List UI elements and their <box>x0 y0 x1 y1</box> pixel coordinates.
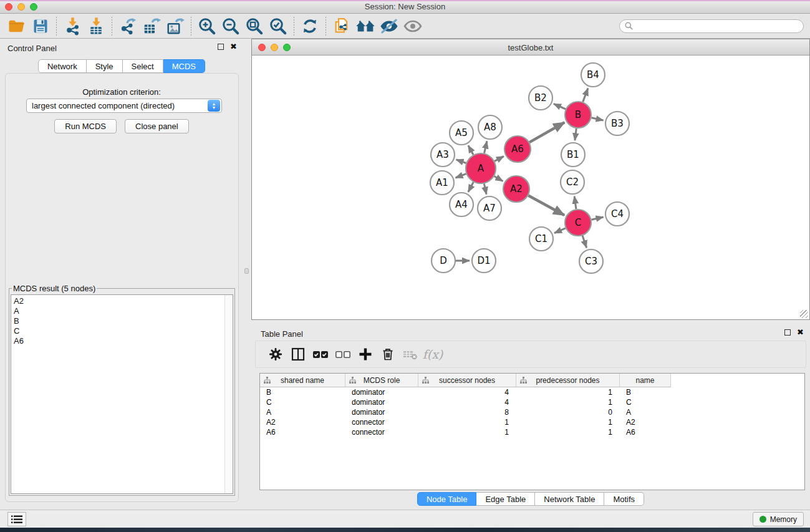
search-field[interactable] <box>619 19 804 33</box>
mcds-result-item[interactable]: A <box>14 306 233 316</box>
tab-mcds[interactable]: MCDS <box>163 59 205 73</box>
export-table-button[interactable] <box>140 16 163 37</box>
edge-C-C2[interactable] <box>574 196 576 209</box>
edge-A-A5[interactable] <box>468 145 473 155</box>
edge-A-A6[interactable] <box>494 157 504 162</box>
zoom-in-button[interactable] <box>195 16 219 37</box>
zoom-out-button[interactable] <box>219 16 243 37</box>
import-network-button[interactable] <box>60 16 84 37</box>
node-B1[interactable]: B1 <box>561 143 585 167</box>
home-button[interactable] <box>354 16 377 37</box>
function-builder-button[interactable]: f(x) <box>422 344 444 365</box>
node-A4[interactable]: A4 <box>450 193 473 216</box>
edge-A6-B[interactable] <box>529 122 564 142</box>
node-D1[interactable]: D1 <box>472 249 496 273</box>
delete-button[interactable] <box>377 344 399 365</box>
search-input[interactable] <box>636 22 798 31</box>
column-header-name[interactable]: name <box>620 374 671 387</box>
edge-A-A8[interactable] <box>485 141 487 153</box>
tab-network-table[interactable]: Network Table <box>535 492 604 506</box>
table-row[interactable]: A6connector11A6 <box>260 427 804 437</box>
node-A5[interactable]: A5 <box>450 121 473 145</box>
edge-A-A1[interactable] <box>456 174 466 178</box>
edge-A-A2[interactable] <box>494 177 503 181</box>
node-A[interactable]: A <box>466 153 496 183</box>
add-column-button[interactable] <box>354 344 377 365</box>
resize-grip-icon[interactable] <box>800 310 808 318</box>
select-all-button[interactable] <box>309 344 332 365</box>
node-C4[interactable]: C4 <box>605 202 629 226</box>
edge-B-B4[interactable] <box>583 89 588 102</box>
show-panels-button[interactable] <box>7 512 26 526</box>
close-table-panel-icon[interactable]: ✖ <box>797 329 804 336</box>
node-table[interactable]: shared nameMCDS rolesuccessor nodesprede… <box>259 373 805 490</box>
node-A7[interactable]: A7 <box>478 196 501 220</box>
import-table-button[interactable] <box>84 16 108 37</box>
hide-selected-button[interactable] <box>377 16 401 37</box>
edge-B-B1[interactable] <box>575 128 576 140</box>
table-row[interactable]: Cdominator41C <box>260 397 804 407</box>
tab-motifs[interactable]: Motifs <box>604 492 644 506</box>
show-columns-button[interactable] <box>287 344 309 365</box>
node-C1[interactable]: C1 <box>529 227 553 251</box>
edge-C-C3[interactable] <box>582 236 587 248</box>
node-B2[interactable]: B2 <box>529 86 552 110</box>
node-D[interactable]: D <box>432 249 455 273</box>
mcds-result-item[interactable]: A6 <box>14 336 233 346</box>
edge-B-B3[interactable] <box>591 118 603 120</box>
node-B3[interactable]: B3 <box>605 112 629 135</box>
edge-A2-C[interactable] <box>528 196 564 215</box>
float-panel-icon[interactable] <box>218 44 224 50</box>
zoom-selected-button[interactable] <box>266 16 290 37</box>
criterion-select[interactable]: largest connected component (directed) ▲… <box>26 99 222 113</box>
edge-A-A7[interactable] <box>484 183 486 194</box>
close-panel-button[interactable]: Close panel <box>125 119 189 133</box>
show-all-button[interactable] <box>401 16 425 37</box>
memory-button[interactable]: Memory <box>753 512 804 526</box>
tab-network[interactable]: Network <box>38 59 87 73</box>
table-row[interactable]: A2connector11A2 <box>260 417 804 427</box>
new-network-from-selection-button[interactable] <box>330 16 354 37</box>
mcds-result-item[interactable]: B <box>14 316 233 326</box>
node-A2[interactable]: A2 <box>503 176 529 202</box>
edge-C-C4[interactable] <box>591 217 603 220</box>
tab-edge-table[interactable]: Edge Table <box>476 492 535 506</box>
table-row[interactable]: Bdominator41B <box>260 387 804 397</box>
table-row[interactable]: Adominator80A <box>260 407 804 417</box>
node-C[interactable]: C <box>565 210 591 236</box>
mcds-result-item[interactable]: C <box>14 326 233 336</box>
export-network-button[interactable] <box>116 16 140 37</box>
column-header-successor-nodes[interactable]: successor nodes <box>418 374 516 387</box>
edge-A-A4[interactable] <box>468 182 473 192</box>
export-image-button[interactable] <box>163 16 187 37</box>
save-session-button[interactable] <box>29 16 52 37</box>
open-file-button[interactable] <box>5 16 29 37</box>
column-header-predecessor-nodes[interactable]: predecessor nodes <box>516 374 620 387</box>
refresh-button[interactable] <box>298 16 322 37</box>
tab-select[interactable]: Select <box>123 59 163 73</box>
float-table-panel-icon[interactable] <box>784 329 791 336</box>
column-header-MCDS-role[interactable]: MCDS role <box>345 374 418 387</box>
zoom-fit-button[interactable] <box>243 16 266 37</box>
network-canvas[interactable]: AA1A2A3A4A5A6A7A8BB1B2B3B4CC1C2C3C4DD1 <box>253 56 808 318</box>
mcds-result-listbox[interactable]: A2ABCA6 <box>11 294 233 494</box>
node-A3[interactable]: A3 <box>431 143 455 167</box>
column-header-shared-name[interactable]: shared name <box>260 374 345 387</box>
node-C3[interactable]: C3 <box>579 249 603 273</box>
node-C2[interactable]: C2 <box>561 170 584 194</box>
tab-style[interactable]: Style <box>87 59 123 73</box>
edge-A-A3[interactable] <box>456 160 466 163</box>
edge-B-B2[interactable] <box>554 104 566 109</box>
node-B4[interactable]: B4 <box>581 63 605 87</box>
run-mcds-button[interactable]: Run MCDS <box>54 119 117 133</box>
mcds-result-item[interactable]: A2 <box>14 296 233 306</box>
node-B[interactable]: B <box>565 102 591 128</box>
deselect-all-button[interactable] <box>332 344 354 365</box>
panel-divider-grip[interactable] <box>244 268 249 274</box>
node-A1[interactable]: A1 <box>430 171 454 195</box>
close-panel-icon[interactable]: ✖ <box>230 44 237 50</box>
table-settings-button[interactable] <box>264 344 287 365</box>
tab-node-table[interactable]: Node Table <box>417 492 477 506</box>
listbox-scrollbar[interactable] <box>224 295 233 493</box>
node-A6[interactable]: A6 <box>504 136 531 162</box>
